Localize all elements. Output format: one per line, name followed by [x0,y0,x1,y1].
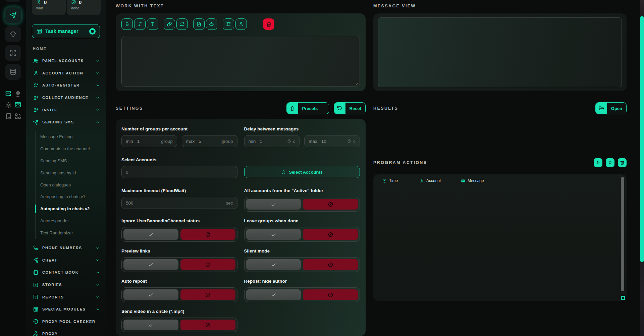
slash-circle-icon [205,262,211,268]
text-button[interactable] [147,18,158,30]
timeout-input[interactable]: 500 sec [121,197,237,209]
send-icon [9,12,17,19]
submenu-item-autoposting-in-chats-v2[interactable]: Autoposting in chats v2 [36,203,106,215]
toggle-on-option[interactable] [123,229,178,240]
maximum-timeout-label: Maximum timeout (FloodWait) [121,188,237,193]
sidebar-item-contact-book[interactable]: CONTACT BOOK [26,266,106,279]
window-scrollbar-thumb[interactable] [640,16,644,262]
toggle-off-option[interactable] [303,199,358,210]
toggle-on-option[interactable] [123,259,178,270]
slash-circle-icon [205,292,211,298]
webcam-icon[interactable] [14,90,21,97]
toggle-on-option[interactable] [246,199,301,210]
rail-send-button[interactable] [5,7,21,23]
submenu-item-autoposting-in-chats-v1[interactable]: Autoposting in chats v1 [36,191,106,203]
delay-max-input[interactable]: max 10 c [304,135,360,147]
gear-icon[interactable] [5,101,12,108]
select-accounts-button[interactable]: Select Accounts [244,166,360,178]
table-resize-grip[interactable] [621,296,625,300]
toggle-on-option[interactable] [246,259,301,270]
sidebar-item-panel-accounts[interactable]: PANEL ACCOUNTS [26,55,106,67]
toggle-on-option[interactable] [123,320,178,330]
toggle-send-video-circle[interactable] [121,318,237,332]
rail-command-button[interactable] [5,45,21,61]
groups-max-input[interactable]: max 5 group [182,135,237,147]
play-button[interactable] [594,158,602,167]
phone-icon [33,245,39,251]
repeat-button[interactable] [176,18,188,30]
submenu-item-message-editing[interactable]: Message Editing [36,131,106,143]
toggle-off-option[interactable] [180,320,235,330]
done-counter: 0 done [67,0,101,15]
toggle-off-option[interactable] [180,289,235,300]
sidebar-item-phone-numbers[interactable]: PHONE NUMBERS [26,242,106,254]
rail-diamond-button[interactable] [5,26,21,42]
toggle-off-option[interactable] [303,229,358,240]
toggle-preview-links[interactable] [121,257,237,272]
delete-text-button[interactable] [263,18,274,30]
italic-icon [137,21,143,27]
submenu-item-sending-sms[interactable]: Sending SMS [36,155,106,167]
check-icon [148,292,154,298]
toggle-repost-hide-author[interactable] [244,287,360,302]
rail-cutoff-button[interactable] [5,0,21,2]
table-scrollbar[interactable] [621,177,624,291]
document-check-icon[interactable] [5,113,12,120]
sidebar-item-invite[interactable]: INVITE [26,104,106,116]
leave-groups-label: Leave groups when done [244,218,360,224]
toggle-off-option[interactable] [180,229,235,240]
submenu-item-autoresponder[interactable]: Autoresponder [36,215,106,227]
sidebar-item-account-action[interactable]: ACCOUNT ACTION [26,67,106,79]
sidebar-item-reports[interactable]: REPORTS [26,291,106,303]
code-window-icon[interactable] [14,101,21,108]
sidebar-item-stories[interactable]: STORIES [26,279,106,291]
command-icon [9,49,17,57]
toggle-off-option[interactable] [180,259,235,270]
toggle-leave-groups[interactable] [244,227,360,242]
toggle-on-option[interactable] [123,289,178,300]
rail-database-button[interactable] [5,64,21,80]
sidebar-item-proxy-pool-checker[interactable]: PROXY POOL CHECKER [26,316,106,328]
clear-actions-button[interactable] [618,158,627,167]
submenu-item-sending-sms-by-id[interactable]: Sending sms by id [36,167,106,179]
reset-button[interactable]: Reset [334,102,366,114]
sidebar-item-proxy[interactable]: PROXY [26,328,106,336]
toggle-ignore-userbanned[interactable] [121,227,237,242]
open-results-button[interactable]: Open [595,102,627,114]
sidebar-item-cheat[interactable]: CHEAT [26,254,106,267]
sidebar-item-special-modules[interactable]: SPECIAL MODULES [26,303,106,316]
presets-button[interactable]: Presets [286,102,329,114]
person-button[interactable] [235,18,247,30]
toggle-all-accounts-active-folder[interactable] [244,197,360,212]
sidebar-item-sending-sms[interactable]: SENDING SMS [26,116,106,128]
submenu-item-text-randomizer[interactable]: Text Randomizer [36,227,106,239]
person-icon [238,21,244,27]
sidebar-item-auto-register[interactable]: AUTO-REGISTER [26,79,106,92]
toggle-auto-repost[interactable] [121,287,237,302]
task-manager-badge [89,28,96,35]
sidebar-item-collect-audience[interactable]: COLLECT AUDIENCE [26,92,106,104]
italic-button[interactable] [134,18,146,30]
stop-button[interactable] [606,158,614,167]
toggle-silent-mode[interactable] [244,257,360,272]
server-check-icon[interactable] [5,90,12,97]
robot-button[interactable] [206,18,217,30]
link-button[interactable] [164,18,175,30]
grid-return-icon[interactable] [14,113,21,120]
message-textarea[interactable] [121,36,360,87]
file-download-button[interactable] [193,18,205,30]
task-manager-button[interactable]: Task manager [32,24,100,38]
text-format-button[interactable] [223,18,234,30]
delay-min-input[interactable]: min 1 c [244,135,300,147]
bold-button[interactable] [121,18,133,30]
toggle-off-option[interactable] [303,289,358,300]
groups-min-input[interactable]: min 1 group [121,135,177,147]
toggle-on-option[interactable] [246,229,301,240]
toggle-on-option[interactable] [246,289,301,300]
window-scrollbar-track[interactable] [640,0,644,336]
section-label-home: HOME [33,47,47,51]
toggle-off-option[interactable] [303,259,358,270]
submenu-item-comments-in-the-channel[interactable]: Comments in the channel [36,143,106,155]
submenu-item-open-dialogues[interactable]: Open dialogues [36,179,106,191]
accounts-count-input[interactable]: 0 [121,166,237,178]
